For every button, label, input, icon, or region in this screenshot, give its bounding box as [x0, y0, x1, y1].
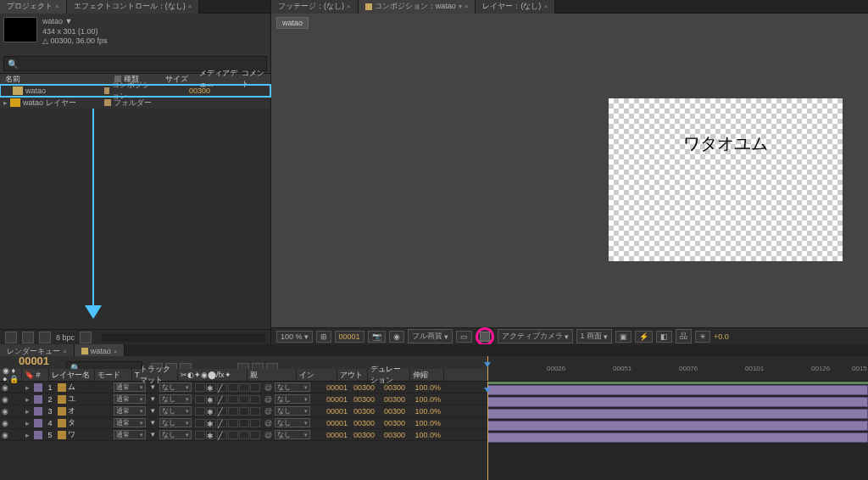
project-item-watao[interactable]: watao コンポジション 00300	[0, 85, 270, 97]
layer-name[interactable]: オ	[68, 405, 114, 416]
time-ruler[interactable]: 00026 00051 00076 00101 00126 0015	[487, 356, 868, 381]
out-point[interactable]: 00300	[344, 431, 375, 439]
blend-mode-dropdown[interactable]: 通常	[114, 430, 146, 439]
exposure-reset-button[interactable]: ☀	[695, 331, 710, 343]
shy-switch[interactable]	[195, 419, 205, 427]
quality-switch[interactable]: ╱	[217, 383, 227, 392]
shy-switch[interactable]	[195, 395, 205, 404]
twirl-icon[interactable]: ▸	[25, 431, 32, 439]
label-color[interactable]	[34, 407, 42, 416]
exposure-value[interactable]: +0.0	[714, 332, 729, 341]
transparency-grid-button[interactable]	[480, 332, 490, 342]
layer-row[interactable]: ◉▸2ユ通常▾なし✱╱@なし000010030000300100.0%	[0, 393, 487, 405]
playhead[interactable]	[487, 356, 488, 381]
pickwhip-icon[interactable]: @	[264, 407, 273, 416]
layer-row[interactable]: ◉▸1ム通常▾なし✱╱@なし000010030000300100.0%	[0, 382, 487, 393]
visibility-toggle[interactable]: ◉	[0, 383, 10, 392]
parent-dropdown[interactable]: なし	[275, 418, 310, 427]
current-timecode[interactable]: 00001	[5, 354, 63, 367]
shy-switch[interactable]	[195, 407, 205, 416]
blend-mode-dropdown[interactable]: 通常	[114, 394, 146, 404]
layer-row[interactable]: ◉▸5ワ通常▾なし✱╱@なし000010030000300100.0%	[0, 429, 487, 441]
roi-button[interactable]: ▭	[456, 331, 472, 343]
close-icon[interactable]: ×	[465, 3, 469, 10]
motion-blur-switch[interactable]	[250, 407, 260, 416]
col-duration[interactable]: デュレーション	[368, 369, 410, 381]
parent-dropdown[interactable]: なし	[275, 406, 310, 416]
parent-dropdown[interactable]: なし	[275, 394, 310, 404]
motion-blur-switch[interactable]	[250, 419, 260, 427]
out-point[interactable]: 00300	[344, 407, 375, 416]
label-color[interactable]	[34, 395, 42, 404]
close-icon[interactable]: ×	[114, 348, 118, 355]
layer-name[interactable]: タ	[68, 417, 114, 428]
close-icon[interactable]: ×	[543, 3, 548, 10]
layer-bar-4[interactable]	[487, 421, 868, 431]
trkmat-dropdown[interactable]: なし	[159, 418, 192, 427]
trkmat-dropdown[interactable]: なし	[159, 430, 192, 439]
composition-viewer[interactable]: watao ワタオユム	[271, 14, 868, 327]
pickwhip-icon[interactable]: @	[264, 419, 273, 427]
stretch[interactable]: 100.0%	[405, 407, 441, 416]
layer-bar-2[interactable]	[487, 397, 868, 407]
motion-blur-switch[interactable]	[250, 431, 260, 439]
comp-thumbnail[interactable]	[3, 17, 37, 42]
zoom-dropdown[interactable]: 100 % ▾	[276, 331, 313, 343]
track-area[interactable]	[487, 382, 868, 480]
collapse-switch[interactable]: ✱	[206, 383, 216, 392]
close-icon[interactable]: ×	[55, 3, 59, 10]
stretch[interactable]: 100.0%	[405, 395, 441, 404]
collapse-switch[interactable]: ✱	[206, 395, 216, 404]
composition-canvas[interactable]: ワタオユム	[609, 98, 843, 261]
fx-switch[interactable]	[228, 407, 238, 416]
close-icon[interactable]: ×	[347, 3, 351, 10]
stretch[interactable]: 100.0%	[405, 431, 441, 439]
collapse-switch[interactable]: ✱	[206, 419, 216, 427]
duration[interactable]: 00300	[375, 419, 405, 427]
in-point[interactable]: 00001	[314, 407, 344, 416]
fx-switch[interactable]	[228, 395, 238, 404]
tab-layer[interactable]: レイヤー：(なし)×	[476, 0, 555, 14]
pickwhip-icon[interactable]: @	[264, 395, 273, 404]
interpret-footage-button[interactable]	[5, 332, 17, 343]
visibility-toggle[interactable]: ◉	[0, 431, 10, 439]
header-comment[interactable]: コメント	[242, 74, 270, 84]
shy-switch[interactable]	[195, 383, 205, 392]
col-trkmat[interactable]: トラックマット	[140, 364, 175, 386]
fx-switch[interactable]	[228, 431, 238, 439]
col-stretch[interactable]: 伸縮	[410, 369, 444, 381]
tab-composition[interactable]: コンポジション：watao▾×	[359, 0, 476, 14]
in-point[interactable]: 00001	[314, 419, 344, 427]
layer-bar-5[interactable]	[487, 433, 868, 443]
duration[interactable]: 00300	[375, 407, 405, 416]
visibility-toggle[interactable]: ◉	[0, 419, 10, 427]
bpc-label[interactable]: 8 bpc	[56, 333, 75, 342]
col-parent[interactable]: 親	[248, 369, 297, 381]
dropdown-icon[interactable]: ▾	[459, 3, 462, 10]
project-scrollbar[interactable]	[102, 333, 265, 342]
shy-switch[interactable]	[195, 431, 205, 439]
fx-switch[interactable]	[228, 383, 238, 392]
layer-name[interactable]: ワ	[68, 429, 114, 440]
blend-mode-dropdown[interactable]: 通常	[114, 406, 146, 416]
project-body[interactable]	[0, 109, 270, 329]
work-area-bar[interactable]	[487, 382, 868, 384]
frame-blend-switch[interactable]	[239, 431, 249, 439]
stretch[interactable]: 100.0%	[405, 419, 441, 427]
duration[interactable]: 00300	[375, 395, 405, 404]
blend-mode-dropdown[interactable]: 通常	[114, 418, 146, 427]
tab-project[interactable]: プロジェクト×	[0, 0, 67, 14]
trkmat-dropdown[interactable]: なし	[159, 406, 192, 416]
layer-bar-3[interactable]	[487, 409, 868, 419]
twirl-icon[interactable]: ▸	[25, 395, 32, 404]
layer-row[interactable]: ◉▸3オ通常▾なし✱╱@なし000010030000300100.0%	[0, 405, 487, 417]
pixel-aspect-button[interactable]: ▣	[615, 331, 632, 343]
motion-blur-switch[interactable]	[250, 383, 260, 392]
pickwhip-icon[interactable]: @	[264, 383, 273, 392]
quality-switch[interactable]: ╱	[217, 431, 227, 439]
tab-effect-controls[interactable]: エフェクトコントロール：(なし)×	[67, 0, 200, 14]
view-layout-dropdown[interactable]: 1 画面 ▾	[576, 329, 613, 343]
out-point[interactable]: 00300	[344, 395, 375, 404]
out-point[interactable]: 00300	[344, 419, 375, 427]
twirl-icon[interactable]: ▸	[25, 383, 32, 392]
